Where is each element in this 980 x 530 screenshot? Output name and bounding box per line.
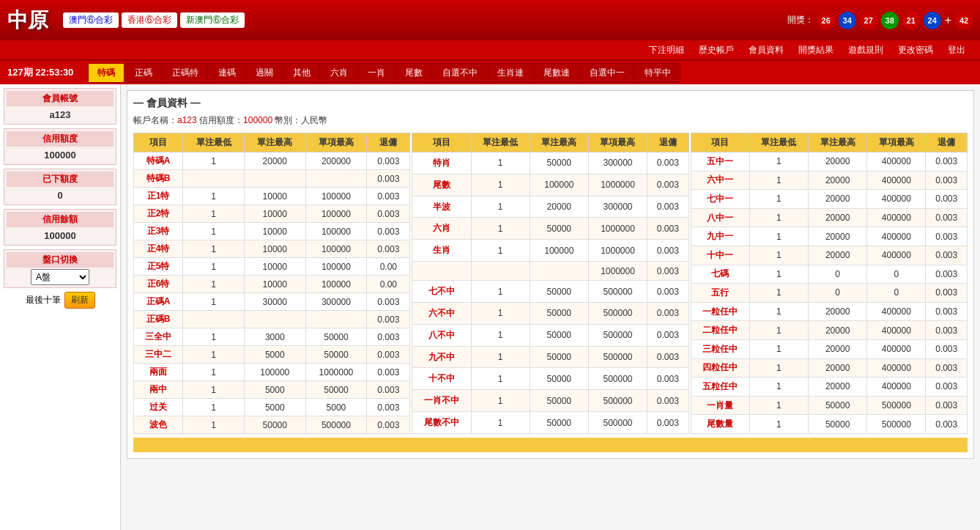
th-min1: 單注最低 bbox=[183, 133, 245, 152]
cell-rebate: 0.003 bbox=[367, 364, 410, 381]
table-row: 正6特 1 10000 100000 0.00 bbox=[134, 276, 410, 293]
cell-item: 八不中 bbox=[412, 324, 471, 346]
cell-min: 1 bbox=[749, 246, 808, 265]
content-area: — 會員資料 — 帳戶名稱：a123 信用額度：100000 幣別：人民幣 項目… bbox=[121, 84, 980, 530]
cell-min: 1 bbox=[749, 227, 808, 246]
cell-item: 一粒任中 bbox=[691, 302, 749, 321]
cell-rebate: 0.003 bbox=[926, 284, 968, 303]
tab-normal-special[interactable]: 正碼特 bbox=[163, 63, 208, 83]
main-layout: 會員帳號 a123 信用額度 100000 已下額度 0 信用餘額 100000… bbox=[0, 84, 980, 530]
nav-item-history[interactable]: 歷史帳戶 bbox=[691, 44, 741, 56]
ball-7: 42 bbox=[955, 12, 973, 29]
cell-item-max: 400000 bbox=[867, 339, 926, 358]
cell-rebate: 0.003 bbox=[647, 240, 689, 262]
cell-item: 五粒任中 bbox=[691, 378, 749, 397]
cell-max: 20000 bbox=[530, 196, 588, 218]
refresh-button[interactable]: 刷新 bbox=[64, 292, 95, 309]
cell-item: 尾數量 bbox=[691, 415, 749, 434]
nav-item-member[interactable]: 會員資料 bbox=[741, 44, 791, 56]
tab-one-zodiac[interactable]: 一肖 bbox=[358, 63, 395, 83]
sidebar-credit-value: 100000 bbox=[7, 148, 114, 162]
nav-item-password[interactable]: 更改密碼 bbox=[891, 44, 940, 56]
cell-item-max: 0 bbox=[867, 284, 926, 303]
tab-pass[interactable]: 過關 bbox=[246, 63, 283, 83]
tab-normal[interactable]: 正碼 bbox=[125, 63, 162, 83]
tab-tail-chain[interactable]: 尾數連 bbox=[534, 63, 579, 83]
credit-prefix: 信用額度： bbox=[197, 115, 243, 125]
th-max3: 單注最高 bbox=[809, 133, 867, 152]
account-value: a123 bbox=[177, 115, 197, 125]
cell-rebate: 0.00 bbox=[367, 258, 410, 276]
switch-select[interactable]: A盤 B盤 bbox=[31, 269, 89, 285]
cell-max: 20000 bbox=[809, 378, 867, 397]
table-row: 波色 1 50000 500000 0.003 bbox=[134, 416, 410, 434]
cell-rebate: 0.003 bbox=[367, 381, 410, 399]
cell-min: 1 bbox=[749, 284, 808, 303]
tab-zodiac-chain[interactable]: 生肖連 bbox=[488, 63, 533, 83]
ball-1: 26 bbox=[817, 12, 835, 29]
tab-tail[interactable]: 尾數 bbox=[396, 63, 432, 83]
cell-max: 20000 bbox=[809, 190, 867, 209]
draw-section: 開獎： 26 34 27 38 21 24 + 42 bbox=[787, 12, 973, 29]
logo: 中原 bbox=[7, 7, 48, 34]
cell-min bbox=[471, 262, 530, 281]
th-item-max3: 單項最高 bbox=[867, 133, 926, 152]
tab-no-hit[interactable]: 自選不中 bbox=[433, 63, 487, 83]
sidebar-used: 已下額度 0 bbox=[4, 169, 116, 205]
th-rebate3: 退傭 bbox=[926, 133, 968, 152]
cell-item-max: 500000 bbox=[588, 412, 647, 434]
cell-item-max: 400000 bbox=[867, 208, 926, 227]
cell-min: 1 bbox=[749, 265, 808, 284]
lottery-link-hk[interactable]: 香港⑥合彩 bbox=[122, 12, 177, 28]
cell-rebate: 0.003 bbox=[367, 399, 410, 416]
cell-max: 20000 bbox=[809, 246, 867, 265]
cell-max: 10000 bbox=[244, 223, 305, 240]
table-row: 五粒任中 1 20000 400000 0.003 bbox=[691, 378, 967, 397]
lottery-links: 澳門⑥合彩 香港⑥合彩 新澳門⑥合彩 bbox=[63, 12, 245, 28]
nav-item-detail[interactable]: 下注明細 bbox=[642, 44, 691, 56]
table-row: 兩中 1 5000 50000 0.003 bbox=[134, 381, 410, 399]
cell-item: 五中一 bbox=[691, 152, 749, 172]
th-min2: 單注最低 bbox=[471, 133, 530, 152]
tab-special-flat[interactable]: 特平中 bbox=[635, 63, 680, 83]
cell-min: 1 bbox=[471, 196, 530, 218]
cell-min: 1 bbox=[183, 346, 245, 364]
ball-5: 21 bbox=[902, 12, 920, 29]
table-row: 一肖量 1 50000 500000 0.003 bbox=[691, 396, 967, 415]
cell-max: 50000 bbox=[530, 281, 588, 303]
nav-item-logout[interactable]: 登出 bbox=[940, 44, 973, 56]
cell-max bbox=[244, 170, 305, 188]
cell-item: 六不中 bbox=[412, 302, 471, 324]
cell-max: 5000 bbox=[244, 381, 305, 399]
th-max1: 單注最高 bbox=[244, 133, 305, 152]
cell-item: 正2特 bbox=[134, 205, 183, 223]
cell-min: 1 bbox=[183, 328, 245, 346]
nav-item-rules[interactable]: 遊戲規則 bbox=[841, 44, 891, 56]
tab-container: 特碼 正碼 正碼特 連碼 過關 其他 六肖 一肖 尾數 自選不中 生肖連 尾數連… bbox=[88, 63, 680, 83]
cell-item: 特肖 bbox=[412, 152, 471, 174]
tab-special[interactable]: 特碼 bbox=[88, 63, 125, 83]
tab-select-one[interactable]: 自選中一 bbox=[580, 63, 634, 83]
cell-max: 50000 bbox=[244, 416, 305, 434]
th-item1: 項目 bbox=[134, 133, 183, 152]
tab-chain[interactable]: 連碼 bbox=[209, 63, 245, 83]
tab-other[interactable]: 其他 bbox=[283, 63, 320, 83]
cell-item: 兩面 bbox=[134, 364, 183, 381]
nav-item-result[interactable]: 開獎結果 bbox=[791, 44, 841, 56]
cell-item: 正3特 bbox=[134, 223, 183, 240]
sidebar-credit-label: 信用額度 bbox=[7, 131, 114, 147]
table-row: 六肖 1 50000 1000000 0.003 bbox=[412, 218, 688, 240]
tab-six-zodiac[interactable]: 六肖 bbox=[321, 63, 357, 83]
cell-rebate: 0.003 bbox=[367, 188, 410, 205]
cell-rebate: 0.003 bbox=[926, 227, 968, 246]
cell-min: 1 bbox=[183, 293, 245, 311]
sidebar-credit: 信用額度 100000 bbox=[4, 128, 116, 165]
lottery-link-new-macau[interactable]: 新澳門⑥合彩 bbox=[180, 12, 245, 28]
cell-item: 一肖不中 bbox=[412, 390, 471, 412]
lottery-link-macau[interactable]: 澳門⑥合彩 bbox=[63, 12, 119, 28]
credit-amount: 100000 bbox=[243, 115, 272, 125]
cell-item-max: 500000 bbox=[588, 302, 647, 324]
cell-item: 正5特 bbox=[134, 258, 183, 276]
cell-item-max: 400000 bbox=[867, 246, 926, 265]
table-row: 尾數 1 100000 1000000 0.003 bbox=[412, 174, 688, 196]
